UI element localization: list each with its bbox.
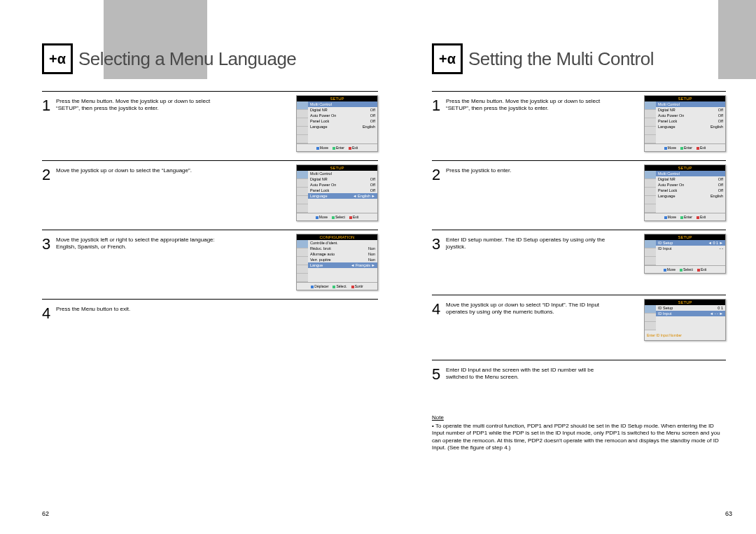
steps-column-left: 1 Press the Menu button. Move the joysti… — [42, 91, 378, 332]
step-row: 2 Press the joystick to enter. SETUP Mul… — [432, 160, 726, 230]
osd-row: Multi Control — [308, 171, 377, 176]
osd-hint: Exit — [349, 215, 358, 219]
osd-row: Digital NROff — [308, 107, 377, 113]
osd-title: SETUP — [645, 300, 725, 305]
step-number: 5 — [432, 364, 446, 385]
step-row: 1 Press the Menu button. Move the joysti… — [42, 91, 378, 160]
steps-column-right: 1 Press the Menu button. Move the joysti… — [432, 91, 726, 452]
header-gray-block-right — [718, 0, 756, 79]
osd-row: Multi Control — [656, 171, 725, 176]
osd-hint: Sélect. — [332, 284, 346, 288]
osd-hint: Move — [316, 146, 328, 150]
header-right: +α Setting the Multi Control — [432, 38, 654, 79]
osd-hint: Move — [664, 267, 676, 272]
osd-screenshot: SETUP ID Setup◄ 0 1 ►ID Input- - MoveSel… — [644, 234, 726, 286]
osd-hint: Enter — [680, 146, 692, 150]
osd-screenshot: SETUP ID Setup0 1ID Input◄ - - ► Enter I… — [644, 299, 726, 351]
osd-row: Réduc. bruitNon — [308, 246, 377, 251]
osd-hint: Exit — [696, 146, 706, 150]
step-number: 1 — [432, 95, 446, 152]
step-number: 3 — [432, 234, 446, 286]
step-row: 5 Enter ID Input and the screen with the… — [432, 360, 726, 393]
note-body: • To operate the multi control function,… — [432, 423, 726, 452]
osd-row: Panel LockOff — [308, 188, 377, 193]
step-row: 4 Press the Menu button to exit. — [42, 299, 378, 332]
step-number: 2 — [432, 164, 446, 221]
osd-title: CONFIGURATION — [297, 234, 377, 240]
osd-row: Allumage autoNon — [308, 251, 377, 257]
step-row: 2 Move the joystick up or down to select… — [42, 160, 378, 230]
osd-title: SETUP — [645, 165, 725, 171]
page-title-right: Setting the Multi Control — [468, 48, 654, 70]
step-text: Press the joystick to enter. — [446, 164, 611, 221]
osd-screenshot: SETUP Multi ControlDigital NROffAuto Pow… — [296, 164, 378, 221]
step-number: 4 — [432, 299, 446, 351]
osd-hint: Select — [332, 215, 345, 219]
osd-row: Panel LockOff — [308, 118, 377, 124]
osd-row: Language◄ English ► — [308, 193, 377, 199]
osd-title: SETUP — [645, 96, 725, 101]
note-block: Note • To operate the multi control func… — [432, 414, 726, 452]
step-text: Enter ID setup number. The ID Setup oper… — [446, 234, 611, 286]
osd-row: Panel LockOff — [656, 188, 725, 193]
osd-row: Panel LockOff — [656, 118, 725, 124]
osd-row: Auto Power OnOff — [656, 182, 725, 188]
osd-screenshot: SETUP Multi ControlDigital NROffAuto Pow… — [644, 95, 726, 152]
step-number: 2 — [42, 164, 56, 221]
note-title: Note — [432, 414, 726, 421]
alpha-icon: +α — [42, 43, 73, 74]
osd-hint: Move — [664, 146, 676, 150]
osd-row: Auto Power OnOff — [308, 113, 377, 118]
step-number: 1 — [42, 95, 56, 152]
osd-hint: Move — [316, 215, 328, 219]
osd-row: ID Input- - — [656, 246, 725, 251]
osd-row: LanguageEnglish — [656, 124, 725, 129]
osd-row: LanguageEnglish — [308, 124, 377, 129]
page-number-left: 62 — [42, 510, 49, 517]
header-left: +α Selecting a Menu Language — [42, 38, 296, 79]
osd-row: Multi Control — [656, 101, 725, 107]
osd-title: SETUP — [297, 96, 377, 101]
page-number-right: 63 — [725, 510, 732, 517]
osd-row: Contrôle d'ident. — [308, 240, 377, 246]
osd-hint: Déplacer — [311, 284, 328, 288]
osd-row: Auto Power OnOff — [308, 182, 377, 188]
osd-hint: Select — [680, 267, 693, 272]
step-text: Press the Menu button. Move the joystick… — [56, 95, 221, 152]
alpha-icon: +α — [432, 43, 463, 74]
osd-row: ID Setup0 1 — [656, 305, 725, 311]
step-row: 4 Move the joystick up or down to select… — [432, 295, 726, 360]
osd-row: ID Setup◄ 0 1 ► — [656, 240, 725, 246]
step-text: Press the Menu button to exit. — [56, 303, 221, 324]
osd-row: Langue◄ Français ► — [308, 262, 377, 268]
page-title-left: Selecting a Menu Language — [78, 48, 296, 70]
step-text: Enter ID Input and the screen with the s… — [446, 364, 611, 385]
osd-hint: Enter — [680, 215, 692, 219]
osd-screenshot: SETUP Multi ControlDigital NROffAuto Pow… — [644, 164, 726, 221]
osd-row: Digital NROff — [656, 176, 725, 182]
osd-row: Verr. pupitreNon — [308, 257, 377, 262]
osd-screenshot: SETUP Multi ControlDigital NROffAuto Pow… — [296, 95, 378, 152]
osd-message: Enter ID Input Number — [645, 330, 725, 340]
step-row: 3 Enter ID setup number. The ID Setup op… — [432, 230, 726, 295]
osd-hint: Sortir — [351, 284, 363, 288]
step-row: 3 Move the joystick left or right to sel… — [42, 230, 378, 299]
osd-screenshot: CONFIGURATION Contrôle d'ident.Réduc. br… — [296, 234, 378, 290]
step-row: 1 Press the Menu button. Move the joysti… — [432, 91, 726, 160]
osd-title: SETUP — [645, 234, 725, 240]
osd-title: SETUP — [297, 165, 377, 171]
osd-hint: Move — [664, 215, 676, 219]
step-text: Move the joystick left or right to selec… — [56, 234, 221, 290]
step-text: Move the joystick up or down to select t… — [56, 164, 221, 221]
osd-hint: Exit — [697, 267, 706, 272]
osd-hint: Exit — [349, 146, 358, 150]
step-text: Press the Menu button. Move the joystick… — [446, 95, 611, 152]
osd-row: LanguageEnglish — [656, 193, 725, 199]
osd-row: Multi Control — [308, 101, 377, 107]
osd-row: Digital NROff — [656, 107, 725, 113]
step-number: 3 — [42, 234, 56, 290]
osd-row: ID Input◄ - - ► — [656, 311, 725, 316]
step-number: 4 — [42, 303, 56, 324]
osd-hint: Exit — [696, 215, 706, 219]
osd-row: Auto Power OnOff — [656, 113, 725, 118]
